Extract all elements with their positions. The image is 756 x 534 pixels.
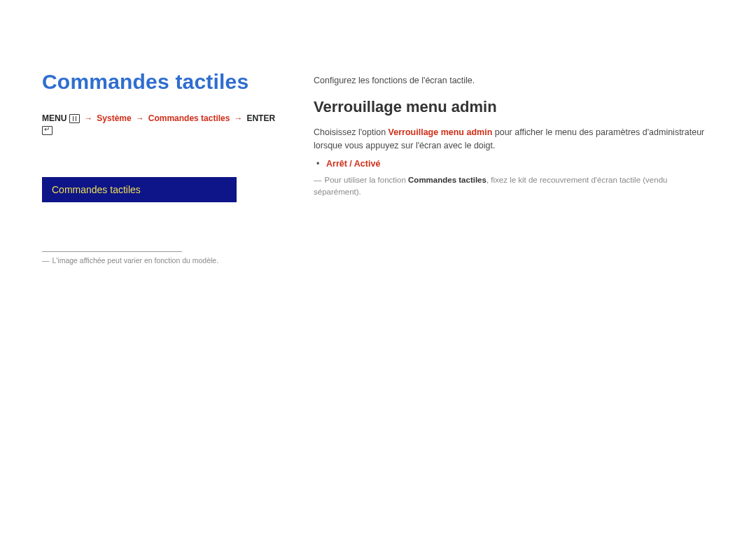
breadcrumb-menu-label: MENU [42, 113, 66, 123]
menu-preview-item: Commandes tactiles [52, 184, 141, 195]
breadcrumb-enter-label: ENTER [246, 113, 275, 123]
section-description: Choisissez l'option Verrouillage menu ad… [314, 126, 714, 153]
breadcrumb-arrow: → [84, 113, 92, 123]
two-column-layout: Commandes tactiles MENU → Système → Comm… [42, 70, 714, 265]
footnote-text: L'image affichée peut varier en fonction… [52, 256, 219, 265]
footnote-dash: ― [42, 256, 50, 265]
breadcrumb-arrow: → [234, 113, 242, 123]
breadcrumb-item-commandes-tactiles: Commandes tactiles [148, 113, 230, 123]
desc-highlight: Verrouillage menu admin [388, 127, 493, 137]
note-prefix: Pour utiliser la fonction [325, 176, 409, 184]
note-dash: ― [314, 176, 322, 184]
breadcrumb-arrow: → [136, 113, 144, 123]
menu-icon [69, 114, 80, 123]
intro-text: Configurez les fonctions de l'écran tact… [314, 76, 714, 85]
section-heading: Verrouillage menu admin [314, 98, 714, 116]
breadcrumb: MENU → Système → Commandes tactiles → EN… [42, 113, 280, 135]
left-column: Commandes tactiles MENU → Système → Comm… [42, 70, 280, 265]
enter-icon [42, 126, 52, 135]
options-list: Arrêt / Activé [314, 159, 714, 169]
page-title: Commandes tactiles [42, 70, 280, 94]
document-page: Commandes tactiles MENU → Système → Comm… [0, 0, 756, 534]
menu-preview-box: Commandes tactiles [42, 177, 237, 202]
footnote: ―L'image affichée peut varier en fonctio… [42, 256, 280, 265]
desc-prefix: Choisissez l'option [314, 127, 388, 137]
note-line: ―Pour utiliser la fonction Commandes tac… [314, 174, 714, 199]
breadcrumb-item-systeme: Système [97, 113, 131, 123]
footnote-divider [42, 251, 182, 252]
note-bold: Commandes tactiles [408, 176, 486, 184]
right-column: Configurez les fonctions de l'écran tact… [314, 70, 714, 265]
option-value: Arrêt / Activé [326, 159, 714, 169]
